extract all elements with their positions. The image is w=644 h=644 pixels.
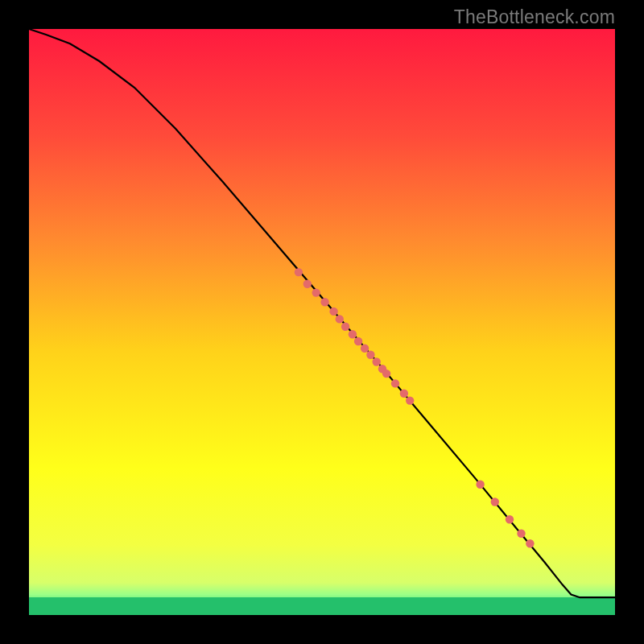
scatter-point — [406, 396, 414, 404]
scatter-point — [391, 379, 399, 387]
scatter-point — [354, 337, 362, 345]
scatter-point — [312, 288, 320, 296]
scatter-point — [476, 481, 484, 489]
scatter-point — [373, 357, 381, 365]
chart-frame: TheBottleneck.com — [0, 0, 644, 644]
scatter-point — [303, 280, 312, 288]
scatter-point — [341, 323, 349, 331]
scatter-point — [526, 539, 534, 547]
scatter-point — [336, 315, 344, 323]
scatter-point — [329, 308, 337, 316]
scatter-point — [506, 515, 514, 523]
curve-layer — [29, 29, 615, 615]
line-series — [29, 29, 615, 597]
scatter-point — [400, 390, 408, 398]
scatter-point — [349, 330, 357, 338]
scatter-point — [491, 497, 499, 506]
scatter-point — [366, 351, 374, 359]
scatter-point — [361, 345, 369, 353]
scatter-point — [517, 530, 525, 538]
scatter-point — [382, 369, 390, 378]
scatter-point — [320, 298, 328, 306]
watermark-text: TheBottleneck.com — [454, 6, 615, 28]
scatter-point — [295, 268, 303, 276]
